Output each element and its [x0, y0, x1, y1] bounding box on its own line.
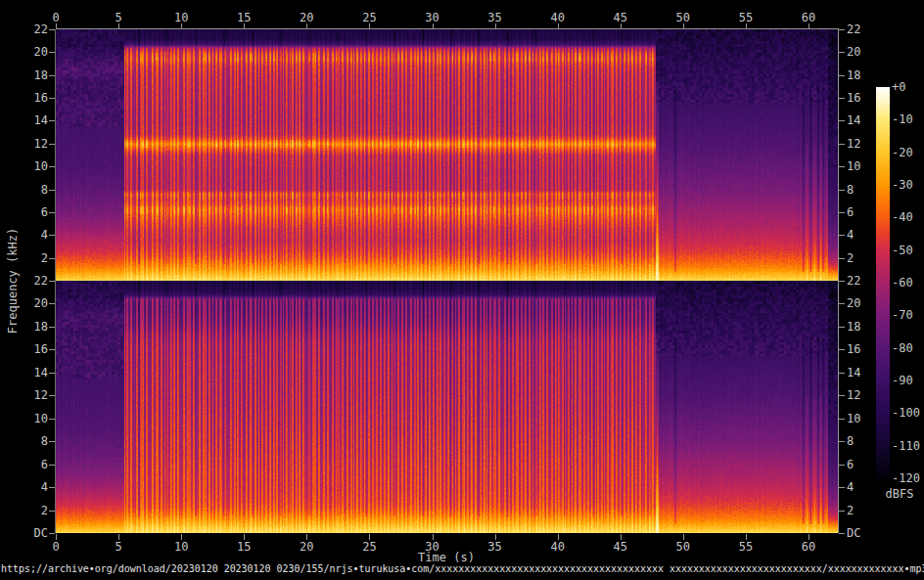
freq-tick-label: 4	[41, 229, 48, 241]
colorbar-tick-label: -50	[892, 245, 913, 256]
colorbar-tick-label: -30	[892, 179, 913, 191]
freq-tick-mark	[839, 419, 845, 420]
x-tick-mark	[808, 23, 809, 28]
x-tick-mark	[433, 23, 434, 28]
spectrogram-figure: Frequency (kHz) 051015202530354045505560…	[0, 0, 924, 580]
freq-tick-mark	[49, 120, 55, 121]
freq-tick-label: 20	[34, 297, 48, 309]
freq-tick-mark	[839, 303, 845, 304]
freq-tick-label: 16	[847, 92, 860, 104]
freq-tick-label: 16	[34, 343, 48, 355]
freq-tick-mark	[49, 258, 55, 259]
colorbar-gradient	[876, 87, 890, 478]
x-tick-label: 55	[739, 541, 753, 554]
freq-tick-label: 12	[34, 138, 48, 150]
freq-tick-mark	[49, 98, 55, 99]
freq-tick-label: 6	[847, 459, 854, 470]
colorbar-tick-label: -40	[892, 211, 913, 223]
freq-tick-mark	[49, 441, 55, 442]
freq-tick-mark	[49, 29, 55, 30]
freq-tick-mark	[839, 258, 845, 259]
x-tick-mark	[746, 23, 747, 28]
freq-tick-label: 10	[34, 413, 48, 424]
freq-tick-mark	[839, 98, 845, 99]
freq-tick-label: 16	[847, 343, 860, 355]
colorbar-tick-label: -60	[892, 277, 913, 289]
colorbar-tick-label: -110	[892, 440, 920, 452]
freq-tick-label: 10	[34, 160, 48, 172]
x-tick-label: 0	[52, 541, 59, 554]
top-time-axis: 051015202530354045505560	[56, 0, 839, 29]
freq-tick-label: 18	[34, 321, 48, 333]
freq-tick-mark	[839, 349, 845, 350]
freq-tick-mark	[839, 190, 845, 191]
freq-tick-mark	[49, 235, 55, 236]
x-tick-label: 20	[300, 541, 313, 554]
freq-tick-label: 10	[847, 413, 860, 424]
freq-tick-mark	[839, 487, 845, 488]
x-axis-title: Time (s)	[418, 551, 475, 564]
freq-tick-label: 18	[34, 69, 48, 81]
spectrogram-right-channel	[56, 281, 838, 533]
freq-tick-mark	[49, 511, 55, 512]
freq-tick-mark	[49, 303, 55, 304]
x-tick-mark	[244, 23, 245, 28]
freq-tick-mark	[839, 166, 845, 167]
freq-tick-label: 2	[847, 505, 854, 516]
freq-tick-mark	[49, 419, 55, 420]
x-tick-mark	[306, 23, 307, 28]
freq-tick-mark	[839, 144, 845, 145]
freq-tick-mark	[839, 120, 845, 121]
colorbar-labels: +0-10-20-30-40-50-60-70-80-90-100-110-12…	[890, 87, 924, 482]
freq-tick-label: 8	[41, 435, 48, 447]
freq-tick-label: 4	[847, 229, 854, 241]
freq-tick-mark	[839, 533, 845, 534]
freq-tick-label: 14	[34, 367, 48, 379]
freq-tick-label: 6	[41, 459, 48, 470]
freq-tick-mark	[49, 487, 55, 488]
freq-tick-mark	[839, 212, 845, 213]
freq-tick-mark	[49, 349, 55, 350]
colorbar-unit-label: dBFS	[874, 487, 924, 501]
freq-tick-label-dc: DC	[847, 527, 860, 539]
spectrogram-left-channel	[56, 29, 838, 281]
freq-tick-label: 20	[847, 46, 860, 58]
freq-tick-label: 2	[41, 252, 48, 264]
freq-tick-label: 2	[847, 252, 854, 264]
freq-tick-mark	[839, 327, 845, 328]
colorbar-tick-label: -70	[892, 309, 913, 321]
colorbar-tick-label: -120	[892, 472, 920, 484]
freq-tick-mark	[839, 281, 845, 282]
colorbar-tick-label: -10	[892, 113, 913, 125]
x-tick-mark	[118, 23, 119, 28]
colorbar-tick-label: -90	[892, 375, 913, 386]
freq-tick-label: 20	[847, 297, 860, 309]
x-tick-mark	[683, 23, 684, 28]
x-tick-label: 25	[362, 541, 376, 554]
freq-tick-label: 4	[41, 481, 48, 493]
freq-tick-label: 4	[847, 481, 854, 493]
x-tick-label: 40	[550, 541, 564, 554]
x-tick-mark	[56, 23, 57, 28]
freq-tick-mark	[839, 29, 845, 30]
colorbar-tick-label: -100	[892, 407, 920, 419]
freq-tick-mark	[49, 144, 55, 145]
x-tick-label: 45	[614, 541, 627, 554]
freq-tick-label: 8	[847, 435, 854, 447]
freq-tick-mark	[839, 235, 845, 236]
freq-tick-mark	[49, 395, 55, 396]
freq-tick-mark	[49, 373, 55, 374]
freq-tick-mark	[839, 511, 845, 512]
freq-tick-label: 8	[847, 184, 854, 196]
freq-tick-mark	[49, 166, 55, 167]
x-tick-mark	[558, 23, 559, 28]
x-tick-label: 50	[676, 541, 690, 554]
freq-tick-mark	[49, 212, 55, 213]
freq-tick-label: 22	[34, 275, 48, 287]
colorbar-tick-label: -20	[892, 147, 913, 158]
x-tick-label: 35	[487, 541, 501, 554]
right-frequency-axis: 222018161412108642222018161412108642DC	[839, 29, 880, 534]
x-tick-label: 10	[174, 541, 188, 554]
freq-tick-label: 2	[41, 505, 48, 516]
freq-tick-label: 12	[847, 138, 860, 150]
